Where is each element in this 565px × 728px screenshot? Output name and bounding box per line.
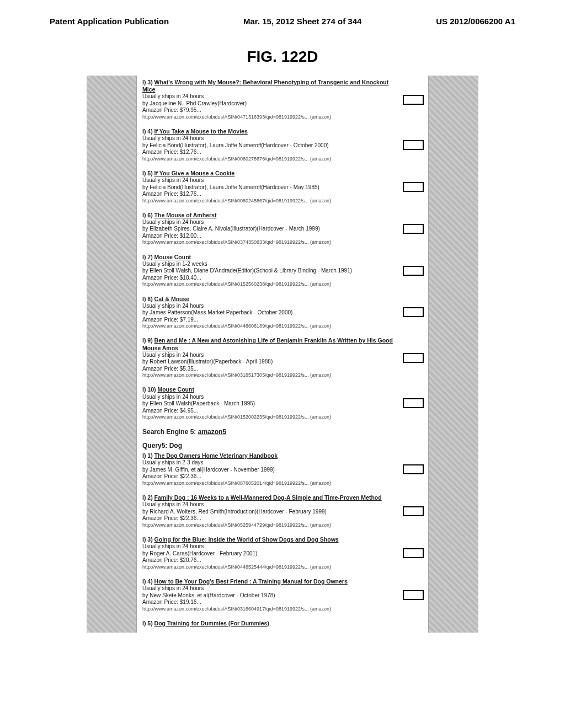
- select-checkbox[interactable]: [403, 506, 424, 516]
- result-title-link[interactable]: If You Take a Mouse to the Movies: [154, 128, 248, 135]
- result-item: I) 1) The Dog Owners Home Veterinary Han…: [142, 452, 424, 486]
- select-checkbox[interactable]: [403, 95, 424, 105]
- page-header: Patent Application Publication Mar. 15, …: [0, 0, 565, 31]
- patent-page: Patent Application Publication Mar. 15, …: [0, 0, 565, 633]
- result-price: Amazon Price: $79.95...: [142, 107, 395, 114]
- result-title-link[interactable]: What's Wrong with My Mouse?: Behavioral …: [142, 79, 388, 93]
- result-byline: by Robert Lawson(Illustrator)(Paperback …: [142, 358, 395, 366]
- result-byline: by Elizabeth Spires, Claire A. Nivola(Il…: [142, 226, 395, 233]
- result-prefix: I) 4): [142, 578, 153, 585]
- select-checkbox[interactable]: [403, 307, 424, 317]
- result-price: Amazon Price: $12.76...: [142, 149, 395, 156]
- result-prefix: I) 8): [142, 296, 153, 302]
- result-byline: by Richard A. Wolters, Red Smith(Introdu…: [142, 508, 395, 516]
- result-ship: Usually ships in 24 hours: [142, 585, 395, 592]
- result-prefix: I) 3): [142, 536, 153, 543]
- result-byline: by New Skete Monks, et al(Hardcover - Oc…: [142, 592, 395, 599]
- result-price: Amazon Price: $5.35...: [142, 366, 395, 373]
- result-price: Amazon Price: $20.76...: [142, 557, 395, 564]
- result-prefix: I) 5): [142, 170, 153, 176]
- result-title-link[interactable]: Family Dog : 16 Weeks to a Well-Mannered…: [154, 494, 382, 501]
- result-prefix: I) 5): [142, 620, 153, 627]
- select-checkbox[interactable]: [403, 464, 424, 474]
- result-title-link[interactable]: Ben and Me : A New and Astonishing Life …: [142, 337, 393, 351]
- result-byline: by Felicia Bond(Illustrator), Laura Joff…: [142, 142, 395, 149]
- result-url: http://www.amazon.com/exec/obidos/ASIN/0…: [142, 480, 395, 486]
- result-byline: by James M. Giffin, et al(Hardcover - No…: [142, 467, 395, 474]
- result-title-link[interactable]: Mouse Count: [157, 386, 194, 393]
- figure-title: FIG. 122D: [0, 48, 565, 66]
- result-ship: Usually ships in 24 hours: [142, 135, 395, 142]
- result-ship: Usually ships in 24 hours: [142, 93, 395, 100]
- result-url: http://www.amazon.com/exec/obidos/ASIN/0…: [142, 156, 395, 162]
- result-url: http://www.amazon.com/exec/obidos/ASIN/0…: [142, 239, 395, 245]
- select-checkbox[interactable]: [403, 398, 424, 408]
- result-prefix: I) 6): [142, 212, 153, 218]
- select-checkbox[interactable]: [403, 590, 424, 600]
- result-price: Amazon Price: $10.40...: [142, 275, 395, 282]
- result-url: http://www.amazon.com/exec/obidos/ASIN/0…: [142, 414, 395, 420]
- result-price: Amazon Price: $12.76...: [142, 191, 395, 198]
- select-checkbox[interactable]: [403, 353, 424, 363]
- result-ship: Usually ships in 24 hours: [142, 177, 395, 184]
- result-prefix: I) 3): [142, 79, 153, 85]
- result-item: I) 4) If You Take a Mouse to the MoviesU…: [142, 128, 424, 162]
- result-byline: by Jacqueline N., Phd Crawley(Hardcover): [142, 100, 395, 108]
- result-title-link[interactable]: If You Give a Mouse a Cookie: [154, 170, 234, 176]
- result-prefix: I) 4): [142, 128, 153, 135]
- result-title-link[interactable]: Going for the Blue: Inside the World of …: [154, 536, 339, 543]
- result-item: I) 9) Ben and Me : A New and Astonishing…: [142, 337, 424, 378]
- result-url: http://www.amazon.com/exec/obidos/ASIN/0…: [142, 323, 395, 329]
- result-byline: by Felicia Bond(Illustrator), Laura Joff…: [142, 184, 395, 191]
- texture-column-right: [428, 76, 478, 633]
- figure-body: I) 3) What's Wrong with My Mouse?: Behav…: [87, 76, 478, 633]
- result-prefix: I) 9): [142, 337, 153, 344]
- select-checkbox[interactable]: [403, 548, 424, 558]
- result-title-link[interactable]: Cat & Mouse: [154, 296, 190, 302]
- result-title-link[interactable]: The Dog Owners Home Veterinary Handbook: [154, 452, 278, 459]
- result-url: http://www.amazon.com/exec/obidos/ASIN/0…: [142, 114, 395, 120]
- result-byline: by Roger A. Caras(Hardcover - February 2…: [142, 550, 395, 558]
- result-url: http://www.amazon.com/exec/obidos/ASIN/0…: [142, 606, 395, 612]
- result-item: I) 7) Mouse CountUsually ships in 1-2 we…: [142, 254, 424, 288]
- select-checkbox[interactable]: [403, 266, 424, 276]
- engine-name: amazon5: [198, 428, 226, 436]
- result-price: Amazon Price: $7.19...: [142, 317, 395, 324]
- result-price: Amazon Price: $22.36...: [142, 473, 395, 480]
- select-checkbox[interactable]: [403, 224, 424, 234]
- result-url: http://www.amazon.com/exec/obidos/ASIN/0…: [142, 198, 395, 204]
- result-byline: by Ellen Stoll Walsh, Diane D'Andrade(Ed…: [142, 267, 395, 275]
- result-ship: Usually ships in 24 hours: [142, 501, 395, 508]
- result-url: http://www.amazon.com/exec/obidos/ASIN/0…: [142, 564, 395, 570]
- select-checkbox[interactable]: [403, 140, 424, 150]
- result-title-link[interactable]: The Mouse of Amherst: [154, 212, 217, 218]
- result-url: http://www.amazon.com/exec/obidos/ASIN/0…: [142, 522, 395, 528]
- result-item: I) 4) How to Be Your Dog's Best Friend :…: [142, 578, 424, 612]
- result-price: Amazon Price: $19.16...: [142, 599, 395, 606]
- result-item: I) 8) Cat & MouseUsually ships in 24 hou…: [142, 296, 424, 330]
- result-price: Amazon Price: $12.00...: [142, 233, 395, 240]
- results-column: I) 3) What's Wrong with My Mouse?: Behav…: [137, 76, 428, 633]
- result-item-trailing: I) 5) Dog Training for Dummies (For Dumm…: [142, 620, 424, 627]
- result-ship: Usually ships in 2-3 days: [142, 459, 395, 467]
- result-item: I) 10) Mouse CountUsually ships in 24 ho…: [142, 386, 424, 420]
- result-title-link[interactable]: How to Be Your Dog's Best Friend : A Tra…: [154, 578, 348, 585]
- result-item: I) 2) Family Dog : 16 Weeks to a Well-Ma…: [142, 494, 424, 528]
- result-ship: Usually ships in 24 hours: [142, 394, 395, 401]
- result-item: I) 5) If You Give a Mouse a CookieUsuall…: [142, 170, 424, 204]
- result-ship: Usually ships in 24 hours: [142, 303, 395, 310]
- result-title-link[interactable]: Mouse Count: [154, 254, 191, 260]
- search-engine-heading: Search Engine 5: amazon5: [142, 428, 424, 436]
- result-byline: by James Patterson(Mass Market Paperback…: [142, 309, 395, 317]
- result-prefix: I) 7): [142, 254, 153, 260]
- result-prefix: I) 2): [142, 494, 153, 501]
- result-price: Amazon Price: $4.95...: [142, 408, 395, 415]
- result-item: I) 3) Going for the Blue: Inside the Wor…: [142, 536, 424, 570]
- query-heading: Query5: Dog: [142, 442, 424, 450]
- select-checkbox[interactable]: [403, 182, 424, 192]
- header-right: US 2012/0066200 A1: [436, 17, 515, 26]
- result-prefix: I) 10): [142, 386, 156, 393]
- result-title-link[interactable]: Dog Training for Dummies (For Dummies): [154, 620, 269, 627]
- texture-column-left: [87, 76, 137, 633]
- result-item: I) 6) The Mouse of AmherstUsually ships …: [142, 212, 424, 246]
